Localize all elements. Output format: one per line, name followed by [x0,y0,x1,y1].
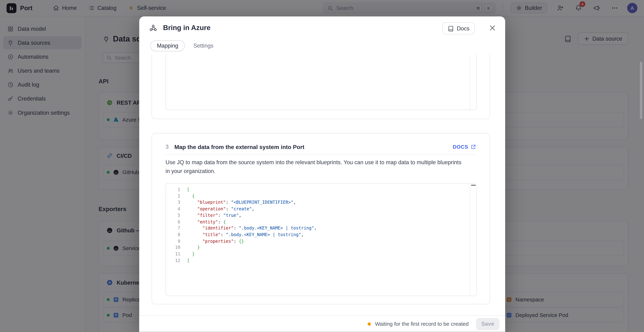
line-number: 1 [166,186,180,193]
modal-header: Bring in Azure Docs [139,16,505,40]
editor-minimap [470,54,476,110]
docs-link[interactable]: DOCS [453,144,476,150]
code-line[interactable]: "title": ".body.<KEY_NAME> | tostring", [187,232,469,238]
line-number: 9 [166,238,180,244]
line-number: 6 [166,219,180,225]
code-line[interactable]: "filter": "true", [187,212,469,219]
step-card-partial [152,54,490,119]
line-number: 8 [166,232,180,238]
waiting-status-dot [368,322,371,326]
step-header: 3 Map the data from the external system … [166,139,476,155]
waiting-status-text: Waiting for the first record to be creat… [375,321,469,327]
bring-in-azure-modal: Bring in Azure Docs Mapping Settings [139,16,505,332]
editor-code[interactable]: [ { "blueprint": "<BLUEPRINT_IDENTIFIER>… [187,186,469,264]
close-icon[interactable] [489,24,496,32]
step-number: 3 [166,144,168,150]
code-line[interactable]: [ [187,186,469,193]
editor-line-numbers: 123456789101112 [166,184,184,296]
line-number: 2 [166,193,180,199]
code-line[interactable]: "blueprint": "<BLUEPRINT_IDENTIFIER>", [187,199,469,206]
code-line[interactable]: "properties": {} [187,238,469,244]
line-number: 7 [166,225,180,232]
line-number: 5 [166,212,180,219]
page-scrollbar-thumb[interactable] [640,62,642,119]
code-line[interactable]: "identifier": ".body.<KEY_NAME> | tostri… [187,225,469,232]
tab-mapping[interactable]: Mapping [150,40,184,51]
code-line[interactable]: } [187,244,469,251]
line-number: 3 [166,199,180,206]
code-line[interactable]: { [187,193,469,199]
screen: Port Home Catalog Self-service Search ⌘ … [0,0,644,332]
step-description: Use JQ to map data from the source syste… [166,158,465,175]
book-icon [448,25,454,31]
docs-link-label: DOCS [453,144,468,150]
minimap-mark [471,185,476,186]
editor-minimap [470,184,476,296]
external-link-icon [471,144,476,150]
modal-scroll-area[interactable]: 3 Map the data from the external system … [139,54,505,315]
line-number: 10 [166,244,180,251]
code-line[interactable]: ] [187,258,469,264]
modal-tabs: Mapping Settings [150,39,220,52]
code-editor-partial[interactable] [166,54,477,110]
step-title: Map the data from the external system in… [174,144,304,150]
webhook-icon [149,24,157,32]
save-button[interactable]: Save [476,318,500,330]
code-line[interactable]: "entity": { [187,219,469,225]
modal-title: Bring in Azure [163,24,210,32]
modal-footer: Waiting for the first record to be creat… [139,315,505,332]
docs-button-label: Docs [457,25,470,31]
line-number: 4 [166,206,180,212]
docs-button[interactable]: Docs [442,22,475,34]
step-card-mapping: 3 Map the data from the external system … [152,133,490,304]
line-number: 12 [166,258,180,264]
line-number: 11 [166,251,180,258]
tab-settings[interactable]: Settings [187,40,220,50]
code-line[interactable]: } [187,251,469,258]
mapping-code-editor[interactable]: 123456789101112 [ { "blueprint": "<BLUEP… [166,183,477,296]
code-line[interactable]: "operation": "create", [187,206,469,212]
